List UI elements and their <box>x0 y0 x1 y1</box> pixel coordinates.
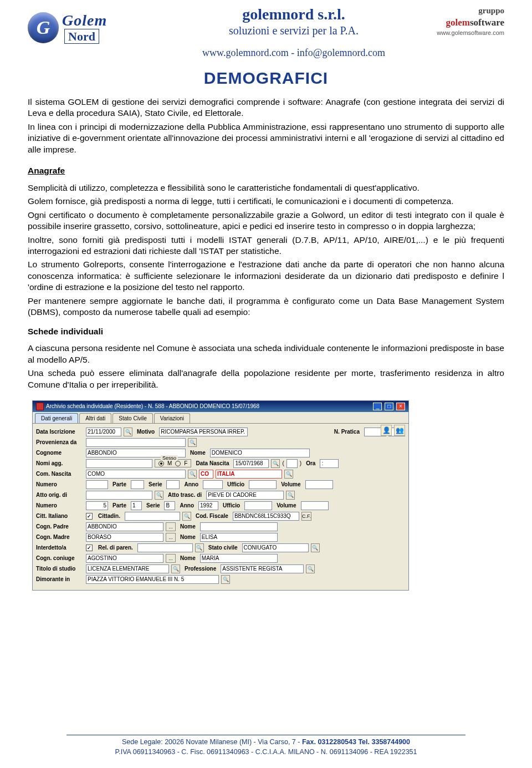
field-volume1[interactable] <box>305 480 333 489</box>
search-icon-11[interactable] <box>221 575 230 584</box>
field-nome-madre[interactable] <box>200 533 278 542</box>
field-cogn-madre[interactable] <box>86 533 163 542</box>
field-nazione[interactable] <box>216 470 282 479</box>
tab-altri-dati[interactable]: Altri dati <box>79 413 111 423</box>
search-icon-2[interactable] <box>188 470 197 479</box>
lbl-volume1: Volume <box>279 481 303 487</box>
sesso-group: Sesso M F <box>155 459 191 467</box>
field-ufficio1[interactable] <box>249 480 277 489</box>
field-serie2[interactable] <box>164 501 175 510</box>
close-button[interactable]: × <box>396 403 405 410</box>
field-data-iscrizione[interactable] <box>86 428 121 436</box>
field-nomi-agg[interactable] <box>86 459 152 468</box>
lbl-npratica: N. Pratica <box>332 429 362 435</box>
field-nome-padre[interactable] <box>200 522 278 531</box>
field-cittadin[interactable] <box>125 512 180 521</box>
body-text: Il sistema GOLEM di gestione dei servizi… <box>28 96 504 390</box>
footer-line1a: Sede Legale: 20026 Novate Milanese (MI) … <box>122 738 302 746</box>
logo-nord: Nord <box>64 29 99 44</box>
lbl-nome-madre: Nome <box>178 534 198 540</box>
lbl-parte2: Parte <box>110 502 129 508</box>
field-mesi[interactable] <box>287 459 298 468</box>
check-cittadino[interactable] <box>86 513 93 520</box>
group-label: gruppo <box>416 6 504 17</box>
field-com-nascita[interactable] <box>86 470 186 479</box>
dots-madre[interactable]: ... <box>166 533 176 542</box>
tab-dati-generali[interactable]: Dati generali <box>35 413 78 423</box>
toolbar-user2-icon[interactable]: 👥 <box>394 425 405 436</box>
cf-button[interactable]: C.F. <box>301 512 311 521</box>
search-icon-10[interactable] <box>306 564 315 573</box>
toolbar-user1-icon[interactable]: 👤 <box>381 425 392 436</box>
dots-padre[interactable]: ... <box>166 522 176 531</box>
field-data-nascita[interactable] <box>233 459 269 468</box>
radio-m[interactable] <box>158 461 164 466</box>
field-ora[interactable] <box>320 459 339 468</box>
tab-stato-civile[interactable]: Stato Civile <box>112 413 153 423</box>
search-icon-8[interactable] <box>311 543 320 552</box>
field-serie1[interactable] <box>166 480 180 489</box>
field-stato-civile[interactable] <box>242 543 309 552</box>
check-interdetto[interactable] <box>86 545 93 551</box>
radio-f[interactable] <box>175 461 181 466</box>
field-atto-orig[interactable] <box>86 491 152 500</box>
page-header: G Golem Nord golemnord s.r.l. soluzioni … <box>28 0 504 59</box>
field-dimorante[interactable] <box>86 575 219 584</box>
calendar-icon[interactable] <box>124 428 132 436</box>
form-body: 👤 👥 Data Iscrizione Motivo N. Pratica Pr… <box>33 424 408 590</box>
search-icon-3[interactable] <box>284 470 293 479</box>
lbl-stato-civile: Stato civile <box>206 545 240 551</box>
field-cogn-coniuge[interactable] <box>86 554 163 563</box>
tab-variazioni[interactable]: Variazioni <box>154 413 190 423</box>
field-titolo-studio[interactable] <box>86 564 169 573</box>
lbl-serie1: Serie <box>146 481 164 487</box>
maximize-button[interactable]: □ <box>385 403 393 410</box>
app-icon <box>36 403 44 410</box>
field-motivo[interactable] <box>159 428 248 436</box>
window-title-text: Archivio scheda individuale (Residente) … <box>46 403 259 409</box>
search-icon[interactable] <box>188 438 197 447</box>
schede-p1: A ciascuna persona residente nel Comune … <box>28 343 504 365</box>
search-icon-7[interactable] <box>195 543 204 552</box>
lbl-cognome: Cognome <box>36 450 84 456</box>
lbl-nomi-agg: Nomi agg. <box>36 460 84 466</box>
field-cogn-padre[interactable] <box>86 522 163 531</box>
dots-coniuge[interactable]: ... <box>166 554 176 563</box>
field-atto-trasc[interactable] <box>206 491 284 500</box>
field-codfisc[interactable] <box>233 512 299 521</box>
field-numero2[interactable] <box>86 501 108 510</box>
company-subtitle: soluzioni e servizi per la P.A. <box>172 24 416 37</box>
search-icon-9[interactable] <box>171 564 180 573</box>
field-ufficio2[interactable] <box>244 501 272 510</box>
logo-text: Golem <box>62 12 107 29</box>
field-professione[interactable] <box>221 564 304 573</box>
field-parte2[interactable] <box>131 501 142 510</box>
lbl-ora: Ora <box>304 460 318 466</box>
field-numero1[interactable] <box>86 480 108 489</box>
app-window: Archivio scheda individuale (Residente) … <box>32 400 409 591</box>
field-parte1[interactable] <box>131 480 144 489</box>
lbl-interdetto: Interdetto/a <box>36 545 84 551</box>
field-nome[interactable] <box>210 449 310 457</box>
lbl-parte1: Parte <box>110 481 129 487</box>
field-anno1[interactable] <box>203 480 223 489</box>
search-icon-6[interactable] <box>182 512 191 521</box>
minimize-button[interactable]: _ <box>373 403 382 410</box>
section-anagrafe-head: Anagrafe <box>28 165 65 176</box>
field-nome-coniuge[interactable] <box>200 554 278 563</box>
lbl-titolo-studio: Titolo di studio <box>36 566 84 572</box>
lbl-provenienza: Provenienza da <box>36 439 84 445</box>
anagrafe-p2: Golem fornisce, già predisposti a norma … <box>28 196 504 207</box>
field-anno2[interactable] <box>198 501 218 510</box>
field-volume2[interactable] <box>301 501 329 510</box>
window-titlebar[interactable]: Archivio scheda individuale (Residente) … <box>33 401 408 412</box>
lbl-cogn-padre: Cogn. Padre <box>36 523 84 530</box>
field-provincia[interactable] <box>199 470 213 479</box>
schede-p2: Una scheda può essere eliminata dall'ana… <box>28 368 504 390</box>
field-rel-paren[interactable] <box>137 543 193 552</box>
calendar-icon-2[interactable] <box>271 459 280 468</box>
search-icon-5[interactable] <box>286 491 295 500</box>
search-icon-4[interactable] <box>155 491 163 500</box>
field-provenienza[interactable] <box>86 438 186 447</box>
section-schede-head: Schede individuali <box>28 326 504 337</box>
